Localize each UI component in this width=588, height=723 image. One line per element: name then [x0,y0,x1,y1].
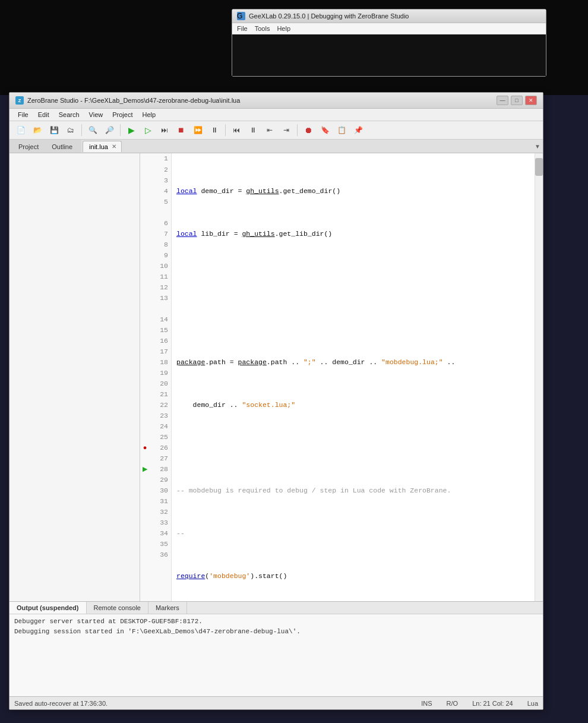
main-window: Z ZeroBrane Studio - F:\GeeXLab_Demos\d4… [9,92,543,710]
titlebar: Z ZeroBrane Studio - F:\GeeXLab_Demos\d4… [10,93,543,109]
line-row-20: 20 [140,378,171,389]
line-row-13b [140,303,171,314]
bookmark-button[interactable]: 🔖 [317,123,333,137]
close-button[interactable]: ✕ [525,96,537,105]
code-line-9: require('mobdebug').start() [176,571,535,582]
menu-search[interactable]: Search [54,110,84,119]
remote-console-tab[interactable]: Remote console [87,602,149,614]
toolbar-sep-1 [81,124,82,136]
scrollbar-thumb[interactable] [535,158,543,176]
linenum-14: 14 [150,315,171,323]
titlebar-left: Z ZeroBrane Studio - F:\GeeXLab_Demos\d4… [15,96,240,105]
geexlab-content [232,34,546,76]
linenum-22: 22 [150,401,171,409]
next-bookmark-button[interactable]: 📌 [350,123,366,137]
remove-bp-button[interactable]: ⏸ [245,123,261,137]
linenum-27: 27 [150,454,171,462]
menu-edit[interactable]: Edit [33,110,54,119]
code-line-1: local demo_dir = gh_utils.get_demo_dir() [176,186,535,197]
arrow-marker-28: ▶ [140,465,150,473]
line-row-21: 21 [140,389,171,399]
pause-button[interactable]: ⏸ [207,123,222,137]
saveall-button[interactable]: 🗂 [63,123,78,137]
code-editor[interactable]: local demo_dir = gh_utils.get_demo_dir()… [172,153,535,601]
statusbar: Saved auto-recover at 17:36:30. INS R/O … [10,696,543,709]
step-into-button[interactable]: ⏩ [190,123,206,137]
tab-dropdown-arrow[interactable]: ▼ [535,143,540,150]
linenum-28: 28 [150,465,171,473]
linenum-26: 26 [150,444,171,452]
toolbar-sep-2 [120,124,121,136]
markers-tab[interactable]: Markers [148,602,187,614]
menu-file[interactable]: File [13,110,33,119]
menu-view[interactable]: View [84,110,108,119]
toolbar: 📄 📂 💾 🗂 🔍 🔎 ▶ ▷ ⏭ ⏹ ⏩ ⏸ ⏮ ⏸ ⇤ ⇥ ⏺ 🔖 📋 📌 [10,121,543,140]
file-tab-close[interactable]: ✕ [112,143,116,150]
line-row-11: 11 [140,271,171,282]
new-file-button[interactable]: 📄 [13,123,29,137]
minimize-button[interactable]: — [497,96,508,105]
linenum-7: 7 [150,230,171,238]
line-row-33: 33 [140,517,171,528]
linenum-21: 21 [150,390,171,398]
line-row-4: 4 [140,185,171,196]
geexlab-title: GeeXLab 0.29.15.0 | Debugging with ZeroB… [249,12,409,20]
save-button[interactable]: 💾 [46,123,62,137]
menu-help[interactable]: Help [137,110,160,119]
run-button[interactable]: ▶ [124,123,139,137]
bottom-tabs: Output (suspended) Remote console Marker… [10,602,543,614]
prev-bookmark-button[interactable]: 📋 [334,123,349,137]
indent-button[interactable]: ⇤ [262,123,277,137]
geexlab-menu-help[interactable]: Help [277,25,290,32]
statusbar-position: Ln: 21 Col: 24 [472,700,513,707]
linenum-25: 25 [150,433,171,441]
stop-button[interactable]: ⏹ [173,123,189,137]
maximize-button[interactable]: □ [511,96,523,105]
line-row-14: 14 [140,314,171,324]
run-file-button[interactable]: ▷ [140,123,156,137]
gutter: 1 2 3 4 5 [140,153,172,601]
record-button[interactable]: ⏺ [301,123,316,137]
line-row-15: 15 [140,324,171,335]
geexlab-menu-file[interactable]: File [237,25,248,32]
file-tab-label: init.lua [89,143,108,150]
linenum-24: 24 [150,422,171,430]
find-button[interactable]: 🔍 [85,123,100,137]
linenum-10: 10 [150,262,171,270]
code-line-5: package.path = package.path .. ";" .. de… [176,357,535,368]
linenum-32: 32 [150,508,171,516]
geexlab-titlebar: G GeeXLab 0.29.15.0 | Debugging with Zer… [232,10,546,23]
line-row-24: 24 [140,421,171,431]
linenum-23: 23 [150,412,171,419]
menu-project[interactable]: Project [108,110,137,119]
panel-tabs: Project Outline [10,140,81,153]
step-over-button[interactable]: ⏭ [157,123,172,137]
init-lua-tab[interactable]: init.lua ✕ [83,141,122,152]
linenum-17: 17 [150,348,171,355]
marker-1 [140,153,150,164]
line-row-13: 13 [140,292,171,303]
app-icon: Z [15,96,24,105]
statusbar-right: INS R/O Ln: 21 Col: 24 Lua [421,700,538,707]
code-line-7: -- mobdebug is required to debug / step … [176,485,535,496]
output-tab[interactable]: Output (suspended) [10,602,87,614]
project-tab[interactable]: Project [12,141,45,153]
geexlab-menu-tools[interactable]: Tools [255,25,270,32]
toggle-bp-button[interactable]: ⏮ [229,123,244,137]
linenum-1: 1 [150,153,171,164]
open-button[interactable]: 📂 [30,123,45,137]
linenum-9: 9 [150,251,171,259]
linenum-20: 20 [150,380,171,387]
line-row-17: 17 [140,346,171,356]
linenum-36: 36 [150,551,171,558]
linenum-29: 29 [150,476,171,484]
line-row-34: 34 [140,528,171,538]
editor-scrollbar[interactable] [535,153,543,601]
line-row-16: 16 [140,335,171,346]
unindent-button[interactable]: ⇥ [279,123,294,137]
find-replace-button[interactable]: 🔎 [102,123,117,137]
linenum-6: 6 [150,219,171,227]
linenum-33: 33 [150,519,171,526]
outline-tab[interactable]: Outline [45,141,79,153]
linenum-34: 34 [150,529,171,537]
